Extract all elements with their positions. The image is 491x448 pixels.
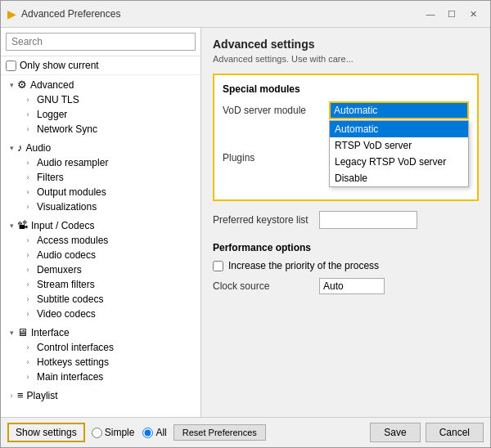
advanced-icon: ⚙: [17, 78, 27, 91]
tree-label-audio[interactable]: ▾ ♪ Audio: [1, 140, 200, 155]
sidebar-item-hotkeys[interactable]: ›Hotkeys settings: [17, 355, 200, 370]
chevron-advanced: ▾: [6, 81, 17, 89]
search-box: [1, 28, 200, 56]
plugins-label: Plugins: [223, 152, 329, 164]
sidebar-item-visualizations[interactable]: ›Visualizations: [17, 199, 200, 214]
sidebar: Only show current ▾ ⚙ Advanced ›GNU TLS …: [1, 28, 201, 417]
minimize-button[interactable]: —: [420, 6, 441, 22]
search-input[interactable]: [6, 33, 196, 51]
all-radio[interactable]: [142, 428, 153, 438]
only-show-current-label: Only show current: [20, 60, 99, 71]
playlist-label: Playlist: [27, 390, 58, 401]
close-button[interactable]: ✕: [462, 6, 484, 22]
tree-item-audio: ▾ ♪ Audio ›Audio resampler ›Filters ›Out…: [1, 138, 200, 216]
tree-label-playlist[interactable]: › ≡ Playlist: [1, 388, 200, 403]
increase-priority-checkbox[interactable]: [213, 261, 223, 271]
cancel-button[interactable]: Cancel: [426, 423, 484, 442]
simple-radio-label[interactable]: Simple: [92, 427, 135, 438]
vod-row: VoD server module Automatic RTSP VoD ser…: [223, 101, 469, 119]
vod-opt-legacy[interactable]: Legacy RTSP VoD server: [330, 154, 468, 170]
sidebar-item-audio-codecs[interactable]: ›Audio codecs: [17, 248, 200, 262]
keystore-input[interactable]: [319, 211, 417, 229]
vod-opt-rtsp[interactable]: RTSP VoD server: [330, 137, 468, 154]
vod-dropdown-open: Automatic RTSP VoD server Legacy RTSP Vo…: [329, 120, 469, 187]
tree-item-interface: ▾ 🖥 Interface ›Control interfaces ›Hotke…: [1, 323, 200, 386]
sidebar-item-demuxers[interactable]: ›Demuxers: [17, 262, 200, 277]
chevron-gnu: ›: [22, 96, 34, 104]
interface-children: ›Control interfaces ›Hotkeys settings ›M…: [1, 340, 200, 384]
bottom-bar: Show settings Simple All Reset Preferenc…: [1, 417, 490, 447]
sidebar-item-subtitle-codecs[interactable]: ›Subtitle codecs: [17, 292, 200, 307]
tree-item-playlist: › ≡ Playlist: [1, 386, 200, 405]
sidebar-item-access-modules[interactable]: ›Access modules: [17, 233, 200, 248]
main-content: Only show current ▾ ⚙ Advanced ›GNU TLS …: [1, 28, 490, 417]
window-controls: — ☐ ✕: [420, 6, 484, 22]
playlist-icon: ≡: [17, 389, 24, 401]
show-settings-label: Show settings: [16, 427, 77, 438]
main-window: ▶ Advanced Preferences — ☐ ✕ Only show c…: [0, 0, 491, 448]
save-button[interactable]: Save: [370, 423, 420, 442]
special-modules-section: Special modules VoD server module Automa…: [213, 74, 479, 201]
vod-opt-disable[interactable]: Disable: [330, 170, 468, 186]
sidebar-item-stream-filters[interactable]: ›Stream filters: [17, 277, 200, 292]
sidebar-item-filters[interactable]: ›Filters: [17, 170, 200, 185]
show-settings-box: Show settings: [7, 423, 85, 442]
input-children: ›Access modules ›Audio codecs ›Demuxers …: [1, 233, 200, 321]
all-radio-label[interactable]: All: [142, 427, 166, 438]
tree-label-interface[interactable]: ▾ 🖥 Interface: [1, 325, 200, 340]
input-codecs-label: Input / Codecs: [31, 220, 94, 231]
sidebar-item-network-sync[interactable]: ›Network Sync: [17, 122, 200, 137]
advanced-label: Advanced: [30, 79, 74, 91]
only-show-current-row: Only show current: [1, 56, 200, 75]
clock-dropdown[interactable]: Auto: [319, 278, 385, 294]
right-panel: Advanced settings Advanced settings. Use…: [201, 28, 490, 417]
vod-control: Automatic RTSP VoD server Legacy RTSP Vo…: [329, 101, 469, 119]
increase-priority-row: Increase the priority of the process: [213, 260, 479, 271]
interface-icon: 🖥: [17, 326, 28, 338]
only-show-current-checkbox[interactable]: [6, 60, 16, 71]
sidebar-item-audio-resampler[interactable]: ›Audio resampler: [17, 155, 200, 170]
performance-label: Performance options: [213, 242, 479, 253]
vod-dropdown-wrapper: Automatic RTSP VoD server Legacy RTSP Vo…: [329, 101, 469, 119]
clock-dropdown-wrapper: Auto: [319, 278, 479, 294]
sidebar-item-gnu-tls[interactable]: ›GNU TLS: [17, 92, 200, 107]
tree-item-input-codecs: ▾ 📽 Input / Codecs ›Access modules ›Audi…: [1, 216, 200, 323]
vod-label: VoD server module: [223, 105, 329, 116]
sidebar-tree: ▾ ⚙ Advanced ›GNU TLS ›Logger ›Network S…: [1, 75, 200, 417]
keystore-row: Preferred keystore list: [213, 211, 479, 229]
chevron-network: ›: [22, 125, 34, 133]
clock-source-label: Clock source: [213, 280, 319, 292]
chevron-playlist: ›: [6, 392, 17, 400]
keystore-label: Preferred keystore list: [213, 214, 319, 226]
sidebar-item-video-codecs[interactable]: ›Video codecs: [17, 307, 200, 321]
sidebar-item-main-interfaces[interactable]: ›Main interfaces: [17, 370, 200, 384]
tree-label-input-codecs[interactable]: ▾ 📽 Input / Codecs: [1, 217, 200, 233]
window-title: Advanced Preferences: [21, 8, 415, 20]
maximize-button[interactable]: ☐: [441, 6, 462, 22]
special-modules-label: Special modules: [223, 83, 469, 95]
all-label: All: [155, 427, 166, 438]
performance-section: Performance options Increase the priorit…: [213, 242, 479, 301]
chevron-interface: ▾: [6, 329, 17, 337]
chevron-input: ▾: [6, 222, 17, 230]
input-icon: 📽: [17, 219, 28, 231]
vod-opt-automatic[interactable]: Automatic: [330, 121, 468, 137]
reset-preferences-button[interactable]: Reset Preferences: [173, 424, 266, 441]
sidebar-item-output-modules[interactable]: ›Output modules: [17, 185, 200, 199]
simple-radio[interactable]: [92, 428, 102, 438]
tree-label-advanced[interactable]: ▾ ⚙ Advanced: [1, 77, 200, 92]
sidebar-item-control-interfaces[interactable]: ›Control interfaces: [17, 340, 200, 355]
interface-label: Interface: [31, 327, 70, 338]
titlebar: ▶ Advanced Preferences — ☐ ✕: [1, 1, 490, 28]
audio-children: ›Audio resampler ›Filters ›Output module…: [1, 155, 200, 214]
bottom-left: Show settings Simple All Reset Preferenc…: [7, 423, 363, 442]
radio-group: Simple All: [92, 427, 167, 438]
advanced-children: ›GNU TLS ›Logger ›Network Sync: [1, 92, 200, 137]
sidebar-item-logger[interactable]: ›Logger: [17, 107, 200, 122]
keystore-control: [319, 211, 479, 229]
vod-dropdown[interactable]: Automatic RTSP VoD server Legacy RTSP Vo…: [329, 101, 469, 119]
increase-priority-label: Increase the priority of the process: [228, 260, 379, 271]
audio-icon: ♪: [17, 141, 23, 154]
audio-label: Audio: [26, 142, 52, 154]
tree-item-advanced: ▾ ⚙ Advanced ›GNU TLS ›Logger ›Network S…: [1, 75, 200, 138]
